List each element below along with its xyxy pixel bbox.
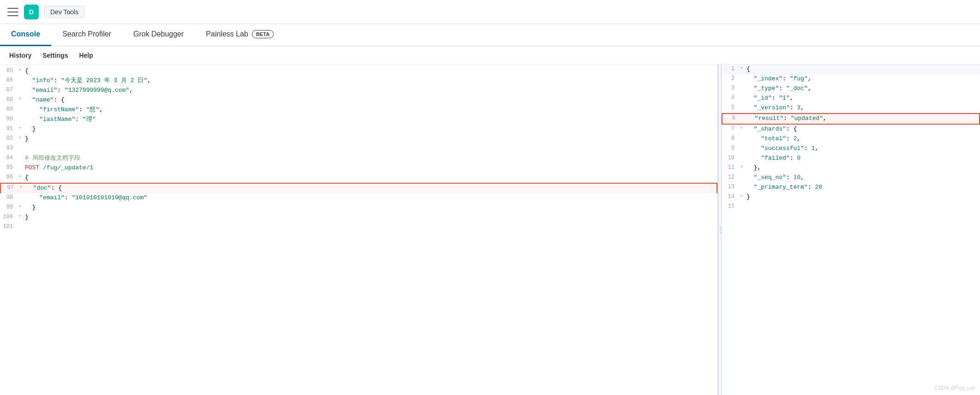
nav-tabs: Console Search Profiler Grok Debugger Pa… <box>0 24 980 46</box>
fold-marker[interactable]: ▾ <box>18 66 25 74</box>
line-number: 13 <box>723 183 740 192</box>
code-content: # 局部修改文档字段 <box>25 154 716 163</box>
code-content: { <box>25 173 716 183</box>
output-line: 14▾} <box>722 192 980 202</box>
line-number: 12 <box>723 173 740 182</box>
editor-line: 89 "firstName": "想", <box>0 105 717 115</box>
line-number: 96 <box>2 173 18 182</box>
fold-marker[interactable]: ▾ <box>18 213 25 220</box>
tab-painless-lab[interactable]: Painless Lab BETA <box>195 24 285 46</box>
line-number: 5 <box>723 103 740 112</box>
line-number: 11 <box>723 163 740 172</box>
code-content: "firstName": "想", <box>25 105 716 115</box>
output-line: 9 "successful": 1, <box>722 144 980 154</box>
fold-marker[interactable]: ▾ <box>18 125 25 132</box>
code-content: "successful": 1, <box>747 144 978 154</box>
code-content: "email": "1327999999@q.com", <box>25 86 716 96</box>
subtoolbar-help[interactable]: Help <box>73 50 98 61</box>
editor-line: 86 "info": "今天是 2023 年 3 月 2 日", <box>0 76 717 86</box>
line-number: 9 <box>723 144 740 153</box>
fold-marker[interactable]: ▾ <box>18 96 25 103</box>
output-line: 10 "failed": 0 <box>722 154 980 163</box>
sub-toolbar: History Settings Help <box>0 46 980 65</box>
line-number: 14 <box>723 192 740 201</box>
line-number: 1 <box>723 65 740 73</box>
line-number: 4 <box>723 94 740 102</box>
hamburger-icon[interactable] <box>7 8 18 16</box>
editor-line: 92▾} <box>0 134 717 144</box>
output-line: 8 "total": 2, <box>722 134 980 144</box>
beta-badge: BETA <box>252 30 274 38</box>
line-number: 91 <box>2 125 18 133</box>
code-content: "_type": "_doc", <box>747 84 978 94</box>
fold-marker[interactable]: ▾ <box>18 173 25 180</box>
line-number: 98 <box>2 193 18 202</box>
output-line: 6 "result": "updated", <box>722 113 980 125</box>
fold-marker[interactable]: ▾ <box>18 203 25 210</box>
code-content: } <box>25 203 716 213</box>
pane-divider[interactable]: ⋮ <box>718 65 722 395</box>
code-content: } <box>25 134 716 144</box>
editor-line: 101 <box>0 222 717 232</box>
line-number: 99 <box>2 203 18 212</box>
line-number: 101 <box>2 222 18 231</box>
editor-line: 93 <box>0 144 717 154</box>
code-content: }, <box>747 163 978 173</box>
editor-line: 95 POST /fug/_update/1 <box>0 163 717 173</box>
line-number: 100 <box>2 213 18 221</box>
code-content: } <box>25 125 716 134</box>
line-number: 95 <box>2 163 18 172</box>
line-number: 6 <box>724 114 741 123</box>
fold-marker[interactable]: ▾ <box>740 192 747 200</box>
fold-marker[interactable]: ▾ <box>740 163 747 171</box>
line-number: 10 <box>723 154 740 162</box>
code-content: "_seq_no": 10, <box>747 173 978 183</box>
subtoolbar-settings[interactable]: Settings <box>37 50 73 61</box>
code-content: "email": "101010101010@qq.com" <box>25 193 716 203</box>
code-editor[interactable]: 85▾{86 "info": "今天是 2023 年 3 月 2 日",87 "… <box>0 65 717 395</box>
line-number: 94 <box>2 154 18 162</box>
output-line: 15 <box>722 202 980 212</box>
dev-tools-button[interactable]: Dev Tools <box>44 6 84 18</box>
code-content: "_version": 3, <box>747 103 978 113</box>
line-number: 92 <box>2 134 18 143</box>
fold-marker[interactable]: ▾ <box>18 134 25 142</box>
line-number: 8 <box>723 134 740 143</box>
line-number: 15 <box>723 202 740 211</box>
output-line: 5 "_version": 3, <box>722 103 980 113</box>
line-number: 3 <box>723 84 740 93</box>
tab-grok-debugger[interactable]: Grok Debugger <box>122 24 195 46</box>
editor-line: 88▾ "name": { <box>0 96 717 105</box>
output-line: 1▾{ <box>722 65 980 74</box>
editor-line: 91▾ } <box>0 125 717 134</box>
tab-search-profiler[interactable]: Search Profiler <box>51 24 122 46</box>
editor-line: 90 "lastName": "理" <box>0 115 717 125</box>
editor-line: 97▾ "doc": { <box>0 183 717 193</box>
output-line: 11▾ }, <box>722 163 980 173</box>
subtoolbar-history[interactable]: History <box>4 50 37 61</box>
tab-console[interactable]: Console <box>0 24 51 46</box>
code-content: } <box>747 192 978 202</box>
code-content: "info": "今天是 2023 年 3 月 2 日", <box>25 76 716 86</box>
editor-line: 99▾ } <box>0 203 717 213</box>
fold-marker[interactable]: ▾ <box>740 125 747 132</box>
line-number: 86 <box>2 76 18 85</box>
editor-line: 94 # 局部修改文档字段 <box>0 154 717 163</box>
code-content: { <box>25 66 716 76</box>
code-content: "_index": "fug", <box>747 74 978 84</box>
line-number: 93 <box>2 144 18 153</box>
main-content: 85▾{86 "info": "今天是 2023 年 3 月 2 日",87 "… <box>0 65 980 395</box>
editor-line: 96▾{ <box>0 173 717 183</box>
code-content: } <box>25 213 716 222</box>
fold-marker[interactable]: ▾ <box>740 65 747 72</box>
code-content: POST /fug/_update/1 <box>25 163 716 173</box>
output-line: 2 "_index": "fug", <box>722 74 980 84</box>
output-line: 12 "_seq_no": 10, <box>722 173 980 183</box>
output-line: 7▾ "_shards": { <box>722 125 980 134</box>
editor-line: 98 "email": "101010101010@qq.com" <box>0 193 717 203</box>
editor-pane[interactable]: 85▾{86 "info": "今天是 2023 年 3 月 2 日",87 "… <box>0 65 718 395</box>
fold-marker[interactable]: ▾ <box>19 184 26 191</box>
line-number: 88 <box>2 96 18 104</box>
line-number: 85 <box>2 66 18 75</box>
output-line: 3 "_type": "_doc", <box>722 84 980 94</box>
